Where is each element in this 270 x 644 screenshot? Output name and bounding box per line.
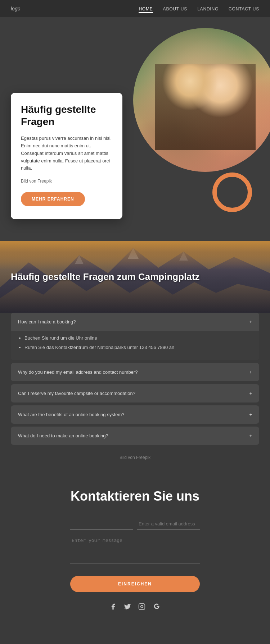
svg-rect-6 xyxy=(139,604,145,610)
banner-title: Häufig gestellte Fragen zum Campingplatz xyxy=(11,271,199,282)
faq-icon-4: + xyxy=(249,412,252,417)
instagram-icon[interactable] xyxy=(138,603,145,612)
twitter-icon[interactable] xyxy=(124,603,131,612)
faq-attribution-link[interactable]: Freepik xyxy=(136,455,150,460)
hero-attribution-link[interactable]: Freepik xyxy=(37,179,52,184)
faq-header-3[interactable]: Can I reserve my favourite campsite or a… xyxy=(11,384,259,402)
facebook-icon[interactable] xyxy=(109,603,117,612)
faq-question-3: Can I reserve my favourite campsite or a… xyxy=(18,391,135,396)
faq-answer-1-1: Buchen Sie rund um die Uhr online xyxy=(24,335,252,342)
nav-item-about[interactable]: ABOUT US xyxy=(163,5,188,12)
faq-icon-5: + xyxy=(249,433,252,438)
faq-question-4: What are the benefits of an online booki… xyxy=(18,412,125,417)
faq-section: How can I make a booking? + Buchen Sie r… xyxy=(0,313,270,471)
submit-button[interactable]: EINREICHEN xyxy=(70,576,200,592)
nav-link-home[interactable]: HOME xyxy=(139,6,153,13)
svg-marker-3 xyxy=(128,248,139,259)
svg-marker-5 xyxy=(75,255,84,264)
nav-item-home[interactable]: HOME xyxy=(139,5,153,12)
name-input[interactable] xyxy=(70,518,133,530)
faq-question-2: Why do you need my email address and con… xyxy=(18,369,138,375)
hero-section: Häufig gestellte Fragen Egestas purus vi… xyxy=(0,17,270,241)
faq-item-1: How can I make a booking? + Buchen Sie r… xyxy=(11,313,259,360)
hero-cta-button[interactable]: MEHR ERFAHREN xyxy=(21,192,85,206)
faq-icon-2: + xyxy=(249,370,252,374)
hero-card: Häufig gestellte Fragen Egestas purus vi… xyxy=(11,93,122,219)
contact-section: Kontaktieren Sie uns EINREICHEN xyxy=(0,471,270,641)
form-row-top xyxy=(70,518,200,530)
email-input[interactable] xyxy=(137,518,200,530)
faq-header-2[interactable]: Why do you need my email address and con… xyxy=(11,363,259,381)
faq-item-3: Can I reserve my favourite campsite or a… xyxy=(11,384,259,402)
hero-description: Egestas purus viverra accumsan in nisl n… xyxy=(21,135,112,172)
nav-link-landing[interactable]: LANDING xyxy=(197,6,219,12)
nav-item-contact[interactable]: CONTACT US xyxy=(229,5,259,12)
faq-header-4[interactable]: What are the benefits of an online booki… xyxy=(11,405,259,424)
faq-icon-1: + xyxy=(249,319,252,324)
navigation: logo HOME ABOUT US LANDING CONTACT US xyxy=(0,0,270,17)
mountain-banner: Häufig gestellte Fragen zum Campingplatz xyxy=(0,241,270,313)
googleplus-icon[interactable] xyxy=(153,603,161,612)
nav-item-landing[interactable]: LANDING xyxy=(197,5,219,12)
nav-link-about[interactable]: ABOUT US xyxy=(163,6,188,12)
faq-body-1: Buchen Sie rund um die Uhr online Rufen … xyxy=(11,331,259,360)
hero-image xyxy=(133,28,270,172)
message-textarea[interactable] xyxy=(70,535,200,564)
contact-title: Kontaktieren Sie uns xyxy=(11,489,259,504)
decorative-circle xyxy=(212,172,252,212)
faq-item-5: What do I need to make an online booking… xyxy=(11,427,259,445)
faq-header-5[interactable]: What do I need to make an online booking… xyxy=(11,427,259,445)
svg-marker-4 xyxy=(179,252,188,261)
faq-item-2: Why do you need my email address and con… xyxy=(11,363,259,381)
faq-question-1: How can I make a booking? xyxy=(18,319,76,325)
faq-header-1[interactable]: How can I make a booking? + xyxy=(11,313,259,331)
faq-item-4: What are the benefits of an online booki… xyxy=(11,405,259,424)
nav-links: HOME ABOUT US LANDING CONTACT US xyxy=(139,5,259,12)
hero-attribution: Bild von Freepik xyxy=(21,178,112,185)
faq-icon-3: + xyxy=(249,391,252,396)
social-icons xyxy=(11,603,259,612)
faq-answer-1-2: Rufen Sie das Kontaktzentrum der Nationa… xyxy=(24,344,252,351)
footer: Sample text. Click to select the text bo… xyxy=(0,641,270,644)
nav-logo: logo xyxy=(11,6,20,12)
faq-question-5: What do I need to make an online booking… xyxy=(18,433,108,438)
hero-title: Häufig gestellte Fragen xyxy=(21,104,112,128)
contact-form: EINREICHEN xyxy=(70,518,200,603)
faq-attribution: Bild von Freepik xyxy=(11,448,259,464)
nav-link-contact[interactable]: CONTACT US xyxy=(229,6,259,12)
